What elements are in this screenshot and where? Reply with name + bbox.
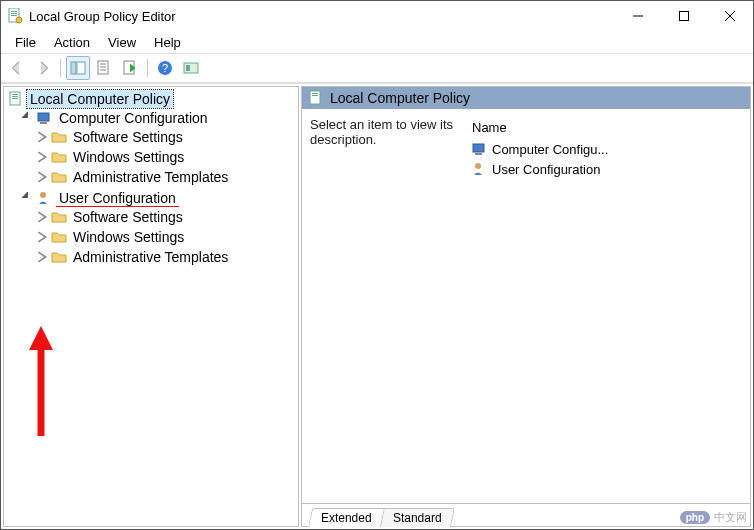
svg-point-26 — [40, 192, 46, 198]
folder-icon — [51, 129, 67, 145]
svg-point-4 — [16, 17, 22, 23]
tree-user-windows[interactable]: Windows Settings — [36, 228, 298, 246]
svg-rect-31 — [475, 153, 482, 155]
user-icon — [472, 161, 488, 177]
svg-rect-10 — [77, 62, 85, 74]
expand-icon[interactable] — [36, 231, 48, 243]
tree-label: Windows Settings — [70, 148, 187, 166]
watermark-brand: php — [680, 511, 710, 524]
menu-view[interactable]: View — [100, 33, 144, 52]
list-item-label: Computer Configu... — [492, 142, 608, 157]
watermark: php 中文网 — [680, 510, 747, 525]
details-header: Local Computer Policy — [302, 87, 750, 109]
svg-rect-2 — [11, 13, 17, 14]
tree-comp-windows[interactable]: Windows Settings — [36, 148, 298, 166]
policy-icon — [8, 91, 24, 107]
computer-icon — [472, 141, 488, 157]
tab-extended[interactable]: Extended — [308, 508, 385, 527]
folder-icon — [51, 229, 67, 245]
details-pane: Local Computer Policy Select an item to … — [301, 86, 751, 527]
tree-user-admin[interactable]: Administrative Templates — [36, 248, 298, 266]
maximize-button[interactable] — [661, 1, 707, 31]
menu-action[interactable]: Action — [46, 33, 98, 52]
list-item-label: User Configuration — [492, 162, 600, 177]
main-area: Local Computer Policy Computer Configura… — [1, 83, 753, 529]
column-header-name[interactable]: Name — [468, 117, 742, 139]
details-body: Select an item to view its description. … — [302, 109, 750, 503]
svg-rect-9 — [71, 62, 76, 74]
details-header-title: Local Computer Policy — [330, 90, 470, 106]
tree-root-label: Local Computer Policy — [27, 90, 173, 108]
svg-rect-22 — [12, 96, 18, 97]
details-list[interactable]: Name Computer Configu... User Configurat… — [468, 117, 742, 495]
close-button[interactable] — [707, 1, 753, 31]
svg-text:?: ? — [162, 62, 168, 74]
gpedit-window: Local Group Policy Editor File Action Vi… — [0, 0, 754, 530]
svg-rect-1 — [11, 11, 17, 12]
tree-pane[interactable]: Local Computer Policy Computer Configura… — [3, 86, 299, 527]
watermark-text: 中文网 — [714, 510, 747, 525]
menubar: File Action View Help — [1, 31, 753, 53]
policy-icon — [308, 90, 324, 106]
folder-icon — [51, 249, 67, 265]
window-title: Local Group Policy Editor — [29, 9, 615, 24]
tree-label: Computer Configuration — [56, 109, 211, 127]
tab-standard[interactable]: Standard — [380, 508, 455, 527]
svg-rect-29 — [312, 95, 318, 96]
titlebar: Local Group Policy Editor — [1, 1, 753, 31]
collapse-icon[interactable] — [22, 192, 34, 204]
tree-user-config[interactable]: User Configuration — [22, 189, 298, 207]
expand-icon[interactable] — [36, 171, 48, 183]
toolbar-separator — [60, 59, 61, 77]
toolbar: ? — [1, 53, 753, 83]
svg-point-32 — [475, 163, 481, 169]
expand-icon[interactable] — [36, 131, 48, 143]
app-icon — [7, 8, 23, 24]
svg-rect-3 — [11, 15, 17, 16]
svg-rect-23 — [12, 98, 18, 99]
svg-rect-27 — [310, 91, 320, 104]
svg-rect-28 — [312, 93, 318, 94]
svg-rect-6 — [680, 12, 689, 21]
filter-button[interactable] — [179, 56, 203, 80]
back-button[interactable] — [5, 56, 29, 80]
expand-icon[interactable] — [36, 251, 48, 263]
svg-rect-19 — [186, 65, 190, 71]
user-icon — [37, 190, 53, 206]
list-item[interactable]: User Configuration — [468, 159, 742, 179]
tree-comp-software[interactable]: Software Settings — [36, 128, 298, 146]
computer-icon — [37, 110, 53, 126]
properties-button[interactable] — [92, 56, 116, 80]
tree-label: Windows Settings — [70, 228, 187, 246]
svg-rect-21 — [12, 94, 18, 95]
folder-icon — [51, 149, 67, 165]
forward-button[interactable] — [31, 56, 55, 80]
expand-icon[interactable] — [36, 211, 48, 223]
export-button[interactable] — [118, 56, 142, 80]
help-button[interactable]: ? — [153, 56, 177, 80]
minimize-button[interactable] — [615, 1, 661, 31]
show-tree-button[interactable] — [66, 56, 90, 80]
svg-rect-25 — [40, 122, 47, 124]
window-controls — [615, 1, 753, 31]
list-item[interactable]: Computer Configu... — [468, 139, 742, 159]
collapse-icon[interactable] — [22, 112, 34, 124]
tree-label: Software Settings — [70, 208, 186, 226]
tree-computer-config[interactable]: Computer Configuration — [22, 109, 298, 127]
menu-help[interactable]: Help — [146, 33, 189, 52]
tree-label: Software Settings — [70, 128, 186, 146]
tree-label: User Configuration — [56, 189, 179, 207]
description-text: Select an item to view its description. — [310, 117, 460, 495]
folder-icon — [51, 169, 67, 185]
expand-icon[interactable] — [36, 151, 48, 163]
toolbar-separator — [147, 59, 148, 77]
svg-rect-24 — [38, 113, 49, 121]
tree-user-software[interactable]: Software Settings — [36, 208, 298, 226]
menu-file[interactable]: File — [7, 33, 44, 52]
tree-label: Administrative Templates — [70, 248, 231, 266]
tree-comp-admin[interactable]: Administrative Templates — [36, 168, 298, 186]
tree-label: Administrative Templates — [70, 168, 231, 186]
tree-root[interactable]: Local Computer Policy — [8, 90, 298, 108]
folder-icon — [51, 209, 67, 225]
svg-rect-30 — [473, 144, 484, 152]
